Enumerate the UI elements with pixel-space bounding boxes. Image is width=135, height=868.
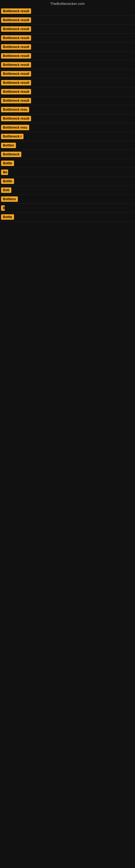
list-item: Bottleneck <box>0 150 135 159</box>
bottleneck-result-badge[interactable]: Bottleneck result <box>1 44 31 50</box>
list-item: Bottlens <box>0 195 135 204</box>
bottleneck-result-badge[interactable]: Bottleneck result <box>1 8 31 14</box>
bottleneck-result-badge[interactable]: Bottleneck r <box>1 134 24 139</box>
bottleneck-result-badge[interactable]: Bo <box>1 169 8 175</box>
list-item: Bottle <box>0 177 135 186</box>
list-item: Bottleneck r <box>0 132 135 141</box>
list-item: Bottleneck result <box>0 34 135 42</box>
list-item: Bottleneck resu <box>0 123 135 132</box>
bottleneck-result-badge[interactable]: B <box>1 205 5 211</box>
bottleneck-result-badge[interactable]: Bottleneck result <box>1 18 31 23</box>
bottleneck-result-badge[interactable]: Bottleneck <box>1 152 21 157</box>
bottleneck-result-badge[interactable]: Bottle <box>1 161 14 166</box>
list-item: Bottleneck resu <box>0 105 135 114</box>
list-item: Bottleneck result <box>0 96 135 105</box>
bottleneck-result-badge[interactable]: Bottleneck result <box>1 116 31 121</box>
list-item: Bottle <box>0 159 135 168</box>
list-item: Bottle <box>0 213 135 222</box>
list-item: Bottleneck result <box>0 79 135 87</box>
bottleneck-result-badge[interactable]: Bottleneck result <box>1 89 31 94</box>
bottleneck-result-badge[interactable]: Bott <box>1 187 11 193</box>
list-item: Bo <box>0 168 135 177</box>
list-item: Bottleneck result <box>0 61 135 69</box>
list-item: Bottleneck result <box>0 52 135 61</box>
list-item: Bottleneck result <box>0 7 135 16</box>
bottleneck-result-badge[interactable]: Bottleneck result <box>1 62 31 67</box>
list-item: Bottleneck result <box>0 87 135 96</box>
list-item: Bottlen <box>0 141 135 150</box>
bottleneck-result-badge[interactable]: Bottle <box>1 214 14 220</box>
list-item: Bottleneck result <box>0 114 135 123</box>
bottleneck-result-badge[interactable]: Bottleneck resu <box>1 107 29 112</box>
bottleneck-result-badge[interactable]: Bottleneck result <box>1 80 31 86</box>
bottleneck-result-badge[interactable]: Bottlens <box>1 196 18 202</box>
site-title: TheBottlenecker.com <box>0 0 135 7</box>
list-item: Bottleneck result <box>0 69 135 79</box>
bottleneck-result-badge[interactable]: Bottleneck result <box>1 98 31 103</box>
bottleneck-result-badge[interactable]: Bottleneck result <box>1 35 31 41</box>
bottleneck-result-badge[interactable]: Bottleneck resu <box>1 125 29 130</box>
list-item: Bottleneck result <box>0 42 135 52</box>
rows-container: Bottleneck resultBottleneck resultBottle… <box>0 7 135 222</box>
bottleneck-result-badge[interactable]: Bottleneck result <box>1 53 31 59</box>
bottleneck-result-badge[interactable]: Bottlen <box>1 143 16 148</box>
list-item: Bottleneck result <box>0 16 135 25</box>
list-item: B <box>0 204 135 213</box>
list-item: Bottleneck result <box>0 25 135 34</box>
bottleneck-result-badge[interactable]: Bottleneck result <box>1 71 31 76</box>
bottleneck-result-badge[interactable]: Bottle <box>1 179 14 184</box>
list-item: Bott <box>0 186 135 195</box>
bottleneck-result-badge[interactable]: Bottleneck result <box>1 26 31 32</box>
